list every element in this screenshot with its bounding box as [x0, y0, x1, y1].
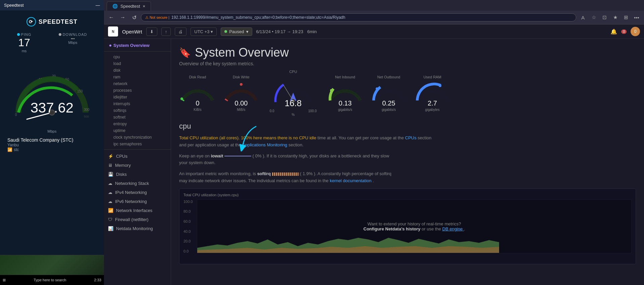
time-range: 6/13/24 • 19:17 → 19:23: [256, 29, 303, 34]
sidebar-item-network[interactable]: network: [104, 80, 171, 87]
sidebar-item-processes[interactable]: processes: [104, 87, 171, 94]
sidebar-item-disk[interactable]: disk: [104, 67, 171, 74]
reload-button[interactable]: ↺: [129, 13, 139, 22]
sidebar-item-cpus[interactable]: ⚡ CPUs: [104, 152, 171, 161]
sidebar-item-softirqs[interactable]: softirqs: [104, 107, 171, 114]
share-icon: ↑: [165, 29, 167, 34]
sidebar-divider-2: [104, 149, 171, 150]
sidebar-item-ipv4[interactable]: ☁ IPv4 Networking: [104, 188, 171, 197]
download-label: DOWNLOAD: [59, 32, 87, 37]
taskbar-search[interactable]: Type here to search: [34, 278, 66, 282]
sidebar-item-entropy[interactable]: entropy: [104, 121, 171, 127]
netdata-logo: N: [108, 26, 118, 37]
notification-btn[interactable]: 🔔: [610, 28, 617, 35]
softirq-intro: An important metric worth monitoring, is: [179, 171, 257, 176]
paused-control[interactable]: Paused ▾: [221, 27, 252, 36]
cpu-gauge-range: 0.0 100.0: [270, 109, 317, 113]
network-interfaces-icon: 📶: [108, 208, 113, 213]
favorites-btn[interactable]: ★: [610, 13, 620, 22]
sidebar-item-networking-stack[interactable]: ☁ Networking Stack: [104, 179, 171, 188]
tab-close-icon[interactable]: ×: [143, 4, 146, 9]
firewall-icon: 🛡: [108, 217, 112, 222]
ping-download-row: PING 17 ms DOWNLOAD ••• Mbps: [3, 32, 101, 53]
svg-point-16: [376, 87, 378, 90]
forward-button[interactable]: →: [118, 13, 127, 22]
tab-bar: 🌐 Speedtest ×: [104, 0, 644, 11]
paused-chevron: ▾: [246, 29, 249, 34]
minimize-btn[interactable]: —: [96, 3, 100, 8]
user-avatar[interactable]: 0: [631, 27, 640, 36]
url-text: 192.168.1.1:19999/#menu_system_submenu_c…: [171, 15, 345, 20]
sidebar-item-network-interfaces[interactable]: 📶 Network Interfaces: [104, 206, 171, 215]
sidebar-item-system-overview[interactable]: System Overview: [104, 42, 171, 49]
browser-tab[interactable]: 🌐 Speedtest ×: [107, 1, 151, 11]
nav-bar: ← → ↺ ⚠ Not secure | 192.168.1.1:19999/#…: [104, 11, 644, 24]
sidebar-item-ram[interactable]: ram: [104, 74, 171, 80]
notif-badge: 0: [621, 29, 627, 34]
chart-canvas: Want to extend your history of real-time…: [197, 200, 632, 253]
print-btn[interactable]: 🖨: [175, 27, 186, 36]
sidebar-item-load[interactable]: load: [104, 60, 171, 67]
secure-badge: ⚠ Not secure |: [145, 15, 169, 20]
provider-name: Saudi Telecom Company (STC): [7, 137, 97, 143]
net-inbound-gauge: Net Inbound 0.13 gigabits/s: [327, 75, 364, 112]
sidebar-item-disks[interactable]: 💾 Disks: [104, 170, 171, 179]
sidebar-item-netdata-monitoring[interactable]: 📊 Netdata Monitoring: [104, 224, 171, 233]
translate-btn[interactable]: A: [578, 13, 588, 22]
chevron-down-icon: ▾: [211, 29, 213, 34]
net-outbound-value: 0.25: [382, 99, 395, 107]
provider-city: Yanbu: [7, 143, 97, 147]
sidebar-item-cpu[interactable]: cpu: [104, 54, 171, 60]
taskbar-time: 2:33: [94, 278, 101, 282]
networking-stack-icon: ☁: [108, 181, 112, 186]
y-0: 0.0: [183, 249, 195, 253]
kernel-doc-link[interactable]: kernel documentation: [330, 178, 371, 183]
svg-point-17: [439, 84, 441, 87]
warning-icon: ⚠: [145, 15, 149, 20]
sidebar-item-ipc[interactable]: ipc semaphores: [104, 141, 171, 147]
sidebar-item-softnet[interactable]: softnet: [104, 114, 171, 121]
sidebar-item-interrupts[interactable]: interrupts: [104, 100, 171, 107]
chart-label: Total CPU utilization (system.cpu): [183, 193, 632, 197]
menu-btn[interactable]: •••: [632, 13, 641, 22]
netdata-monitoring-icon: 📊: [108, 226, 113, 231]
back-button[interactable]: ←: [107, 13, 116, 22]
sidebar-item-ipv6[interactable]: ☁ IPv6 Networking: [104, 197, 171, 206]
softirq-label: softirq: [257, 171, 271, 176]
provider-info: Saudi Telecom Company (STC) Yanbu 📶 stc: [3, 135, 101, 155]
download-btn[interactable]: ⬇: [146, 27, 157, 36]
net-outbound-title: Net Outbound: [377, 75, 400, 79]
share-btn[interactable]: ↑: [161, 27, 171, 36]
used-ram-value: 2.7: [428, 99, 437, 107]
sidebar-item-uptime[interactable]: uptime: [104, 127, 171, 134]
isp-label: stc: [14, 147, 19, 152]
disk-write-svg-container: 0.00: [223, 80, 260, 107]
sidebar-item-firewall[interactable]: 🛡 Firewall (netfilter): [104, 215, 171, 224]
sidebar-item-idlejitter[interactable]: idlejitter: [104, 94, 171, 100]
download-unit: Mbps: [48, 129, 57, 133]
print-icon: 🖨: [178, 29, 183, 34]
thumbnail-strip: [0, 255, 104, 275]
cpus-link[interactable]: CPUs: [405, 135, 417, 140]
netdata-main: 🔖 System Overview Overview of the key sy…: [171, 39, 644, 285]
browser-area: 🌐 Speedtest × ← → ↺ ⚠ Not secure | 192.1…: [104, 0, 644, 285]
timezone-btn[interactable]: UTC +3 ▾: [191, 27, 217, 36]
used-ram-svg-container: 2.7: [414, 80, 451, 107]
sidebar-item-clock[interactable]: clock synchronization: [104, 134, 171, 141]
ping-unit: ms: [22, 49, 27, 53]
sidebar-btn[interactable]: ⊡: [600, 13, 609, 22]
active-dot: [109, 45, 111, 47]
url-bar[interactable]: ⚠ Not secure | 192.168.1.1:19999/#menu_s…: [141, 13, 576, 21]
collections-btn[interactable]: ⊞: [621, 13, 631, 22]
ipv4-icon: ☁: [108, 190, 112, 195]
cpu-min: 0.0: [270, 109, 274, 113]
sidebar-item-memory[interactable]: 🖥 Memory: [104, 161, 171, 170]
cpu-desc-3: and per application usage at the: [179, 142, 242, 147]
y-20: 20.0: [183, 239, 195, 243]
y-80: 80.0: [183, 209, 195, 213]
bookmark-btn[interactable]: ☆: [589, 13, 598, 22]
speedtest-brand: SPEEDTEST: [39, 18, 77, 25]
gauges-row: Disk Read 0 KiB/s Dis: [171, 70, 644, 117]
tab-label: Speedtest: [120, 4, 140, 9]
ping-dot: [17, 33, 20, 36]
